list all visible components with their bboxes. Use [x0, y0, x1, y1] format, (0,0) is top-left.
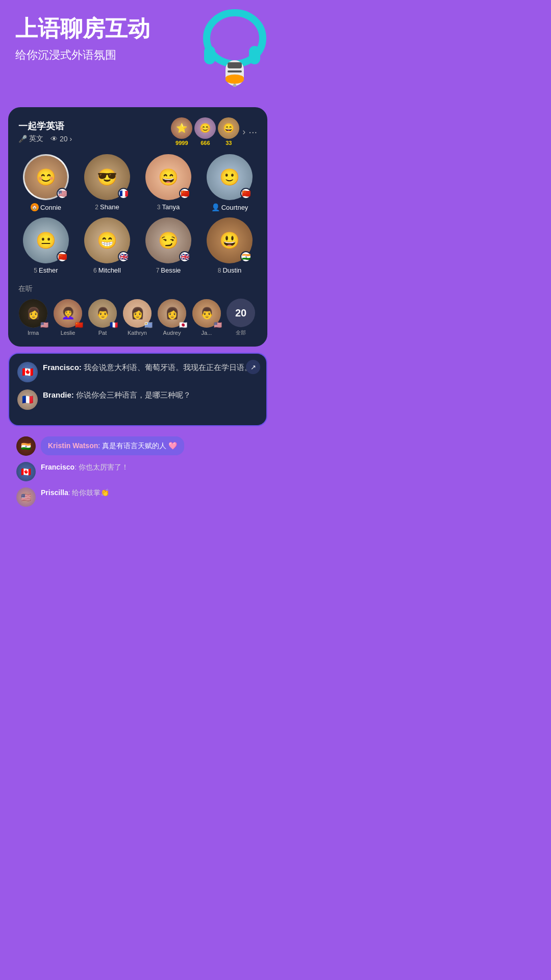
- eye-icon: 👁: [51, 135, 58, 143]
- listener-name: Ja...: [202, 330, 212, 336]
- more-users-chevron[interactable]: ›: [242, 127, 245, 137]
- hero-decoration: [189, 0, 276, 87]
- listener-name: Pat: [98, 330, 107, 336]
- speaker-item: 😄🇨🇳3Tanya: [141, 154, 196, 211]
- expand-chat-button[interactable]: ↗: [246, 360, 260, 374]
- top-avatar-2: 😊 666: [194, 117, 216, 146]
- chat-text: Francisco: 我会说意大利语、葡萄牙语。我现在正在学日语。: [43, 362, 252, 374]
- listeners-section: 在听 👩🇺🇸Irma👩‍🦱🇨🇳Leslie👨🇫🇷Pat👩🇺🇾Kathryn👩🇯🇵…: [18, 284, 257, 336]
- bottom-text: Francisco: 你也太厉害了！: [41, 462, 129, 473]
- speaker-avatar-wrap[interactable]: 😏🇬🇧: [145, 217, 191, 263]
- speaker-item: 😊🇺🇸🏠Connie: [18, 154, 73, 211]
- speaker-num: 8: [218, 267, 221, 274]
- speaker-avatar-wrap[interactable]: 🙂🇨🇳: [207, 154, 253, 200]
- speaker-name: 🏠Connie: [31, 203, 61, 211]
- listener-avatar[interactable]: 👩🇺🇾: [123, 299, 152, 328]
- speaker-num: 2: [95, 204, 98, 211]
- speaker-avatar-wrap[interactable]: 😎🇫🇷: [84, 154, 130, 200]
- room-top-users: ⭐ 9999 😊 666 😄 33 › ···: [171, 117, 257, 146]
- speaker-item: 😎🇫🇷2Shane: [80, 154, 135, 211]
- chat-message: 🇫🇷Brandie: 你说你会三种语言，是哪三种呢？: [17, 389, 258, 410]
- speaker-item: 😏🇬🇧7Bessie: [141, 217, 196, 274]
- speaker-num: 6: [93, 267, 97, 274]
- listener-name: Audrey: [163, 330, 181, 336]
- speaker-avatar-wrap[interactable]: 😐🇨🇳: [23, 217, 69, 263]
- speaker-name-text: Esther: [39, 266, 58, 274]
- speaker-avatar-wrap[interactable]: 😄🇨🇳: [145, 154, 191, 200]
- hero-section: 上语聊房互动 给你沉浸式外语氛围: [0, 0, 276, 102]
- speaker-name: 3Tanya: [157, 203, 180, 211]
- chat-username: Brandie:: [43, 390, 76, 399]
- chat-text: Brandie: 你说你会三种语言，是哪三种呢？: [43, 389, 191, 401]
- svg-rect-1: [204, 46, 215, 64]
- listener-avatar[interactable]: 👨🇺🇸: [192, 299, 221, 328]
- listener-item: 👩🇺🇾Kathryn: [122, 299, 152, 336]
- listener-item: 👨🇺🇸Ja...: [192, 299, 221, 336]
- top-count-2: 666: [201, 140, 210, 146]
- listener-count-item[interactable]: 20全部: [227, 299, 255, 336]
- host-icon: 🏠: [31, 203, 39, 211]
- listener-flag: 🇺🇾: [144, 321, 153, 329]
- room-header: 一起学英语 🎤 英文 👁 20 › ⭐ 9999 😊: [18, 117, 257, 146]
- listener-item: 👩🇺🇸Irma: [18, 299, 48, 336]
- svg-rect-2: [249, 46, 260, 64]
- listeners-label: 在听: [18, 284, 257, 293]
- speaker-flag: 🇬🇧: [179, 251, 190, 262]
- listener-flag: 🇯🇵: [179, 321, 187, 329]
- speaker-flag: 🇺🇸: [57, 188, 68, 199]
- bottom-text: Priscilla: 给你鼓掌👏: [41, 487, 109, 498]
- speaker-avatar-wrap[interactable]: 😃🇮🇳: [207, 217, 253, 263]
- speaker-name: 8Dustin: [218, 266, 242, 274]
- bottom-avatar: 🇺🇸: [16, 487, 36, 507]
- listener-flag: 🇫🇷: [110, 321, 118, 329]
- bottom-bubble: Kristin Watson: 真是有语言天赋的人 🩷: [41, 436, 184, 455]
- listener-flag: 🇺🇸: [40, 321, 48, 329]
- listener-flag: 🇨🇳: [75, 321, 83, 329]
- listener-count-button[interactable]: 20: [227, 299, 255, 327]
- person-icon: 👤: [211, 203, 220, 211]
- speaker-name: 7Bessie: [156, 266, 181, 274]
- speaker-num: 5: [34, 267, 37, 274]
- speaker-flag: 🇨🇳: [179, 188, 190, 199]
- top-avatar-1: ⭐ 9999: [171, 117, 192, 146]
- svg-rect-5: [228, 70, 242, 72]
- bottom-message: 🇨🇦Francisco: 你也太厉害了！: [16, 462, 259, 481]
- more-options-button[interactable]: ···: [248, 126, 257, 138]
- listener-item: 👩🇯🇵Audrey: [157, 299, 187, 336]
- speaker-flag: 🇨🇳: [57, 251, 68, 262]
- listener-avatar[interactable]: 👨🇫🇷: [88, 299, 117, 328]
- listeners-row: 👩🇺🇸Irma👩‍🦱🇨🇳Leslie👨🇫🇷Pat👩🇺🇾Kathryn👩🇯🇵Aud…: [18, 299, 257, 336]
- speaker-name-text: Tanya: [162, 203, 180, 211]
- speaker-avatar-wrap[interactable]: 😁🇬🇧: [84, 217, 130, 263]
- bottom-content: Francisco: 你也太厉害了！: [41, 462, 129, 473]
- speaker-num: 7: [156, 267, 160, 274]
- bottom-message: 🇺🇸Priscilla: 给你鼓掌👏: [16, 487, 259, 507]
- speaker-flag: 🇫🇷: [118, 188, 129, 199]
- listener-avatar[interactable]: 👩🇯🇵: [158, 299, 186, 328]
- listener-name: Leslie: [61, 330, 76, 336]
- svg-rect-4: [228, 62, 242, 68]
- speaker-item: 🙂🇨🇳👤Courtney: [202, 154, 257, 211]
- speaker-item: 😁🇬🇧6Mitchell: [80, 217, 135, 274]
- speaker-flag: 🇬🇧: [118, 251, 129, 262]
- speaker-name: 6Mitchell: [93, 266, 121, 274]
- chat-section: 🇨🇦Francisco: 我会说意大利语、葡萄牙语。我现在正在学日语。🇫🇷Bra…: [8, 353, 267, 426]
- top-avatar-group: ⭐ 9999 😊 666 😄 33: [171, 117, 239, 146]
- listener-avatar[interactable]: 👩🇺🇸: [19, 299, 47, 328]
- listener-name: Kathryn: [128, 330, 147, 336]
- room-info: 一起学英语 🎤 英文 👁 20 ›: [18, 120, 72, 143]
- room-title: 一起学英语: [18, 120, 72, 132]
- speaker-num: 3: [157, 204, 161, 211]
- speaker-item: 😃🇮🇳8Dustin: [202, 217, 257, 274]
- top-count-1: 9999: [176, 140, 188, 146]
- bottom-content: Priscilla: 给你鼓掌👏: [41, 487, 109, 498]
- top-avatar-img-1: ⭐: [171, 117, 192, 139]
- svg-rect-7: [233, 84, 236, 87]
- speaker-name-text: Dustin: [222, 266, 241, 274]
- speakers-grid: 😊🇺🇸🏠Connie😎🇫🇷2Shane😄🇨🇳3Tanya🙂🇨🇳👤Courtney…: [18, 154, 257, 274]
- speaker-name-text: Connie: [40, 204, 61, 211]
- listener-flag: 🇺🇸: [214, 321, 222, 329]
- listener-avatar[interactable]: 👩‍🦱🇨🇳: [54, 299, 82, 328]
- speaker-name-text: Bessie: [161, 266, 181, 274]
- speaker-avatar-wrap[interactable]: 😊🇺🇸: [23, 154, 69, 200]
